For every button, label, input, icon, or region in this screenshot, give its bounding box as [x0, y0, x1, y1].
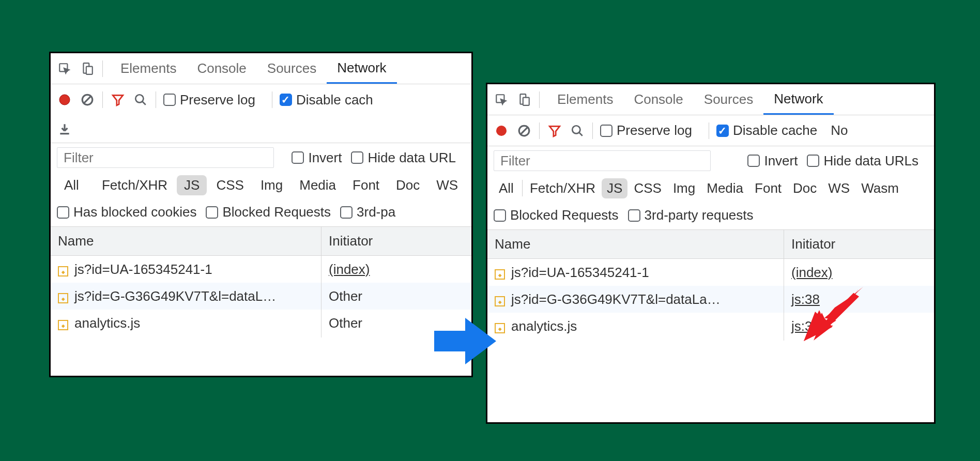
column-initiator-header[interactable]: Initiator: [784, 230, 934, 258]
type-font[interactable]: Font: [345, 175, 387, 195]
initiator-cell[interactable]: (index): [784, 258, 934, 287]
type-filter-row: All Fetch/XHR JS CSS Img Media Font Doc …: [487, 175, 934, 201]
hide-urls-option[interactable]: Hide data URL: [351, 150, 456, 166]
third-party-option[interactable]: 3rd-party requests: [628, 207, 754, 223]
hide-urls-option[interactable]: Hide data URLs: [807, 153, 918, 169]
preserve-log-label: Preserve log: [617, 122, 692, 139]
initiator-cell[interactable]: (index): [321, 255, 471, 284]
filter-input[interactable]: [494, 150, 711, 171]
divider: [522, 180, 523, 196]
blocked-requests-label: Blocked Requests: [222, 204, 331, 220]
type-media[interactable]: Media: [701, 178, 748, 198]
table-row[interactable]: ⬥analytics.js js:38: [487, 313, 934, 340]
invert-option[interactable]: Invert: [747, 153, 798, 169]
table-row[interactable]: ⬥js?id=G-G36G49KV7T&l=dataL… Other: [51, 283, 471, 310]
checkbox-checked-icon[interactable]: [280, 94, 292, 106]
type-all[interactable]: All: [494, 178, 519, 198]
svg-point-16: [572, 126, 580, 133]
network-toolbar: Preserve log Disable cache No: [487, 115, 934, 146]
blocked-requests-option[interactable]: Blocked Requests: [494, 207, 619, 223]
disable-cache-label: Disable cache: [733, 122, 817, 139]
record-icon[interactable]: [494, 123, 509, 139]
blocked-requests-option[interactable]: Blocked Requests: [206, 204, 331, 220]
extra-filter-row: Blocked Requests 3rd-party requests: [487, 201, 934, 230]
type-doc[interactable]: Doc: [788, 178, 822, 198]
tab-sources[interactable]: Sources: [694, 84, 763, 115]
tab-sources[interactable]: Sources: [257, 53, 327, 84]
table-row[interactable]: ⬥analytics.js Other: [51, 310, 471, 336]
filter-icon[interactable]: [110, 92, 126, 107]
table-row[interactable]: ⬥js?id=UA-165345241-1 (index): [51, 256, 471, 283]
table-header: Name Initiator: [51, 227, 471, 256]
initiator-cell: Other: [321, 282, 471, 311]
type-css[interactable]: CSS: [209, 175, 251, 195]
search-icon[interactable]: [570, 123, 585, 139]
throttling-partial[interactable]: No: [831, 122, 848, 139]
column-initiator-header[interactable]: Initiator: [321, 227, 471, 255]
inspect-icon[interactable]: [57, 61, 72, 76]
tab-network[interactable]: Network: [327, 54, 396, 84]
download-row: [51, 115, 471, 143]
download-icon[interactable]: [57, 121, 72, 137]
svg-rect-2: [86, 66, 93, 74]
preserve-log-option[interactable]: Preserve log: [600, 122, 692, 139]
clear-icon[interactable]: [516, 123, 532, 139]
inspect-icon[interactable]: [494, 92, 509, 107]
devtools-panel-after: Elements Console Sources Network Preserv…: [486, 83, 936, 424]
disable-cache-option[interactable]: Disable cache: [716, 122, 817, 139]
tab-elements[interactable]: Elements: [110, 53, 187, 84]
svg-point-13: [496, 126, 507, 136]
checkbox-checked-icon[interactable]: [716, 125, 729, 137]
column-name-header[interactable]: Name: [51, 227, 321, 255]
filter-input[interactable]: [57, 147, 274, 168]
type-font[interactable]: Font: [749, 178, 787, 198]
third-party-option[interactable]: 3rd-pa: [340, 204, 395, 220]
type-fetch[interactable]: Fetch/XHR: [525, 178, 601, 198]
table-row[interactable]: ⬥js?id=UA-165345241-1 (index): [487, 259, 934, 286]
preserve-log-option[interactable]: Preserve log: [163, 92, 255, 108]
type-doc[interactable]: Doc: [389, 175, 427, 195]
type-css[interactable]: CSS: [629, 178, 666, 198]
tabs-row: Elements Console Sources Network: [487, 84, 934, 115]
blue-arrow-annotation-icon: [434, 315, 496, 367]
invert-label: Invert: [764, 153, 798, 169]
divider: [709, 122, 709, 139]
tab-network[interactable]: Network: [763, 85, 833, 115]
disable-cache-option[interactable]: Disable cach: [280, 92, 373, 108]
device-toggle-icon[interactable]: [516, 92, 532, 107]
preserve-log-label: Preserve log: [180, 92, 255, 108]
type-media[interactable]: Media: [292, 175, 343, 195]
invert-option[interactable]: Invert: [292, 150, 342, 166]
name-cell: ⬥analytics.js: [51, 309, 321, 337]
type-img[interactable]: Img: [668, 178, 700, 198]
tab-elements[interactable]: Elements: [547, 84, 623, 115]
type-wasm[interactable]: Wasm: [856, 178, 904, 198]
type-fetch[interactable]: Fetch/XHR: [95, 175, 175, 195]
column-name-header[interactable]: Name: [487, 230, 784, 258]
type-ws[interactable]: WS: [823, 178, 855, 198]
type-img[interactable]: Img: [253, 175, 290, 195]
record-icon[interactable]: [57, 92, 72, 107]
svg-rect-12: [523, 97, 529, 105]
network-toolbar: Preserve log Disable cach: [51, 84, 471, 115]
name-cell: ⬥analytics.js: [487, 312, 784, 341]
type-ws[interactable]: WS: [429, 175, 465, 195]
type-all[interactable]: All: [57, 175, 86, 195]
filter-icon[interactable]: [547, 123, 562, 139]
search-icon[interactable]: [133, 92, 148, 107]
clear-icon[interactable]: [80, 92, 95, 107]
tab-console[interactable]: Console: [187, 53, 256, 84]
device-toggle-icon[interactable]: [80, 61, 95, 76]
tab-console[interactable]: Console: [623, 84, 693, 115]
devtools-panel-before: Elements Console Sources Network Preserv…: [49, 52, 473, 377]
extra-filter-row: Has blocked cookies Blocked Requests 3rd…: [51, 198, 471, 227]
js-file-icon: ⬥: [495, 296, 505, 306]
type-js[interactable]: JS: [177, 175, 207, 195]
table-row[interactable]: ⬥js?id=G-G36G49KV7T&l=dataLa… js:38: [487, 286, 934, 313]
blocked-cookies-option[interactable]: Has blocked cookies: [57, 204, 196, 220]
js-file-icon: ⬥: [58, 320, 68, 330]
type-js[interactable]: JS: [602, 178, 627, 198]
js-file-icon: ⬥: [58, 293, 68, 303]
request-list: ⬥js?id=UA-165345241-1 (index) ⬥js?id=G-G…: [51, 256, 471, 336]
divider: [102, 60, 103, 77]
